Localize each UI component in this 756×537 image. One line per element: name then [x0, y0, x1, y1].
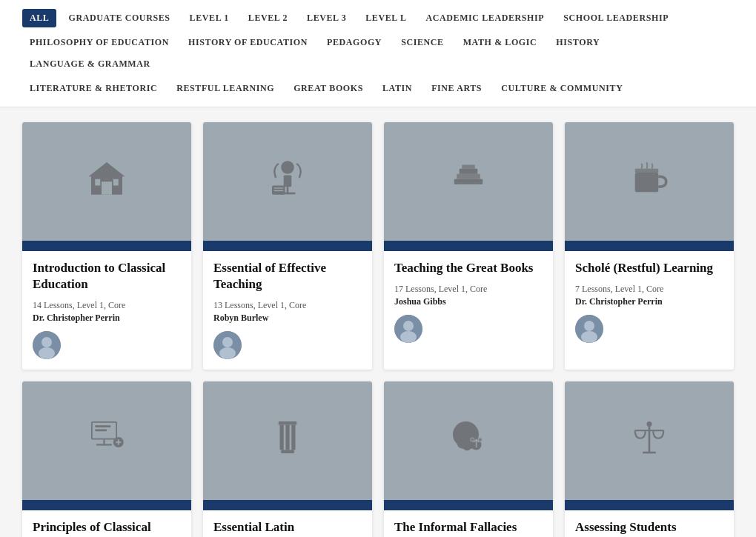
card-meta: 17 Lessons, Level 1, Core	[394, 284, 543, 295]
nav-item-literature--rhetoric[interactable]: LITERATURE & RHETORIC	[22, 79, 165, 98]
svg-rect-37	[95, 425, 110, 427]
svg-rect-20	[460, 168, 478, 173]
card-title: Teaching the Great Books	[394, 260, 543, 276]
svg-rect-19	[457, 173, 480, 179]
nav-item-latin[interactable]: LATIN	[375, 79, 420, 98]
card-image	[565, 381, 734, 500]
avatar	[213, 331, 242, 359]
svg-point-7	[39, 347, 55, 359]
svg-rect-21	[462, 164, 475, 168]
books-icon	[448, 157, 489, 207]
mug-icon	[629, 157, 670, 207]
card-title: Assessing Students Classically	[575, 519, 723, 537]
avatar	[394, 315, 422, 343]
nav-item-history[interactable]: HISTORY	[548, 33, 607, 52]
svg-rect-25	[635, 173, 659, 192]
card-body: Assessing Students Classically 10 Lesson…	[565, 510, 734, 537]
card-meta: 7 Lessons, Level 1, Core	[575, 284, 723, 295]
svg-point-24	[400, 331, 417, 343]
card-stripe	[203, 241, 372, 251]
nav-row-1: ALLGRADUATE COURSESLEVEL 1LEVEL 2LEVEL 3…	[22, 6, 734, 30]
nav-row-3: LITERATURE & RHETORICRESTFUL LEARNINGGRE…	[22, 76, 734, 101]
card-image	[203, 381, 372, 500]
scales-icon	[629, 416, 670, 466]
card-instructor: Robyn Burlew	[213, 313, 362, 324]
nav-item-academic-leadership[interactable]: ACADEMIC LEADERSHIP	[419, 9, 552, 27]
nav-item-restful-learning[interactable]: RESTFUL LEARNING	[169, 79, 282, 98]
presentation-icon	[86, 416, 127, 466]
nav-item-history-of-education[interactable]: HISTORY OF EDUCATION	[181, 33, 315, 52]
card-stripe	[22, 241, 191, 251]
card-image	[384, 122, 553, 241]
svg-point-53	[478, 438, 482, 441]
svg-rect-4	[113, 179, 119, 185]
course-card[interactable]: Assessing Students Classically 10 Lesson…	[565, 381, 734, 537]
card-instructor: Dr. Christopher Perrin	[33, 313, 181, 324]
svg-rect-46	[291, 424, 295, 450]
card-image	[565, 122, 734, 241]
nav-item-fine-arts[interactable]: FINE ARTS	[424, 79, 489, 98]
nav-item-great-books[interactable]: GREAT BOOKS	[286, 79, 371, 98]
card-title: The Informal Fallacies	[394, 519, 543, 536]
course-card[interactable]: Essential of Effective Teaching 13 Lesso…	[203, 122, 372, 370]
card-body: Scholé (Restful) Learning 7 Lessons, Lev…	[565, 251, 734, 353]
card-stripe	[565, 500, 734, 510]
card-image	[22, 122, 191, 241]
card-stripe	[203, 500, 372, 510]
svg-point-6	[42, 337, 52, 347]
card-title: Introduction to Classical Education	[33, 260, 181, 293]
course-card[interactable]: Teaching the Great Books 17 Lessons, Lev…	[384, 122, 553, 370]
svg-point-28	[584, 321, 594, 331]
course-card[interactable]: Principles of Classical Pedagogy 15 Less…	[22, 381, 191, 537]
course-card[interactable]: Essential Latin 18 Lessons, Level 1, Cor…	[203, 381, 372, 537]
card-instructor: Dr. Christopher Perrin	[575, 296, 723, 307]
card-image	[203, 122, 372, 241]
brain-icon	[448, 416, 489, 466]
svg-rect-43	[281, 450, 294, 453]
card-body: Principles of Classical Pedagogy 15 Less…	[22, 510, 191, 537]
nav-item-school-leadership[interactable]: SCHOOL LEADERSHIP	[556, 9, 676, 27]
nav-item-level-2[interactable]: LEVEL 2	[241, 9, 295, 27]
nav-item-pedagogy[interactable]: PEDAGOGY	[319, 33, 389, 52]
card-body: Essential Latin 18 Lessons, Level 1, Cor…	[203, 510, 372, 537]
card-title: Essential of Effective Teaching	[213, 260, 362, 293]
nav-item-all[interactable]: ALL	[22, 9, 56, 27]
card-title: Scholé (Restful) Learning	[575, 260, 723, 276]
nav-item-level-1[interactable]: LEVEL 1	[182, 9, 236, 27]
svg-rect-44	[280, 424, 284, 450]
svg-point-8	[281, 161, 294, 174]
svg-point-29	[581, 331, 597, 343]
svg-rect-2	[102, 181, 112, 195]
card-meta: 13 Lessons, Level 1, Core	[213, 300, 362, 311]
svg-point-23	[403, 321, 414, 331]
course-card[interactable]: Introduction to Classical Education 14 L…	[22, 122, 191, 370]
avatar	[33, 331, 61, 359]
nav-item-philosophy-of-education[interactable]: PHILOSOPHY OF EDUCATION	[22, 33, 176, 52]
course-card[interactable]: The Informal Fallacies 33 Lessons, Level…	[384, 381, 553, 537]
nav-item-language--grammar[interactable]: LANGUAGE & GRAMMAR	[22, 55, 158, 73]
svg-marker-1	[89, 162, 125, 176]
nav-item-graduate-courses[interactable]: GRADUATE COURSES	[61, 9, 177, 27]
nav-item-level-3[interactable]: LEVEL 3	[299, 9, 354, 27]
card-image	[384, 381, 553, 500]
nav-item-science[interactable]: SCIENCE	[394, 33, 451, 52]
course-card[interactable]: Scholé (Restful) Learning 7 Lessons, Lev…	[565, 122, 734, 370]
svg-rect-26	[635, 168, 659, 172]
nav-item-level-l[interactable]: LEVEL L	[358, 9, 414, 27]
card-title: Principles of Classical Pedagogy	[33, 519, 181, 537]
nav-row-2: PHILOSOPHY OF EDUCATIONHISTORY OF EDUCAT…	[22, 30, 734, 76]
column-icon	[267, 416, 308, 466]
nav-item-math--logic[interactable]: MATH & LOGIC	[456, 33, 545, 52]
svg-point-17	[219, 347, 236, 359]
svg-rect-9	[284, 175, 292, 187]
svg-rect-18	[454, 179, 483, 184]
svg-point-16	[222, 337, 233, 347]
nav-item-culture--community[interactable]: CULTURE & COMMUNITY	[494, 79, 630, 98]
svg-rect-38	[95, 429, 107, 431]
card-meta: 14 Lessons, Level 1, Core	[33, 300, 181, 311]
card-image	[22, 381, 191, 500]
speaker-icon	[267, 157, 308, 207]
building-icon	[86, 157, 127, 207]
card-instructor: Joshua Gibbs	[394, 296, 543, 307]
svg-point-52	[471, 438, 474, 441]
